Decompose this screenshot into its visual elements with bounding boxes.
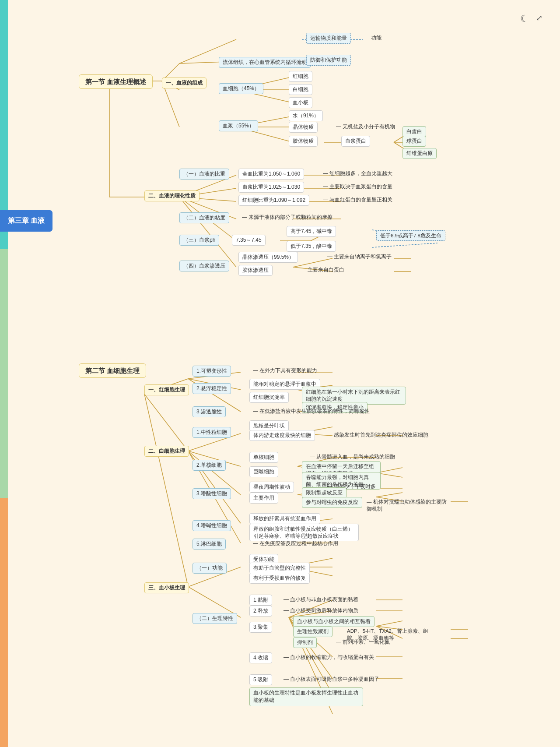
node-water: 水（91%）	[289, 110, 323, 121]
node-defense: 防御和保护功能	[306, 55, 351, 66]
node-viscosity-note: — 来源于液体内部分子或颗粒间的摩擦	[238, 212, 336, 222]
node-basophil-c1: 释放的肝素具有抗凝血作用	[249, 513, 320, 524]
node-sg2-note: — 主要取决于血浆蛋白的含量	[319, 182, 396, 192]
node-platelet-inhibitor-note: — 前列环素、一氧化氮	[332, 637, 393, 647]
node-platelet-aggregation: 3.聚集	[249, 622, 272, 633]
node-neutrophil: 1.中性粒细胞	[192, 427, 231, 438]
node-func-label: 功能	[368, 33, 385, 43]
node-eosinophil-func-c2: 参与对蠕虫的免疫反应	[302, 497, 362, 508]
node-ph-range: 7.35～7.45	[232, 235, 266, 246]
node-transport: 运输物质和能量	[306, 33, 351, 44]
section2-title: 第二节 血细胞生理	[79, 363, 146, 378]
node-osmotic: （四）血浆渗透压	[179, 261, 229, 271]
node-sg1: 全血比重为1.050～1.060	[238, 169, 304, 180]
node-platelet-inhibitor: 抑制剂	[293, 637, 317, 648]
node-ph: （三）血浆ph	[179, 235, 219, 246]
svg-line-36	[179, 197, 236, 267]
node-colloid: 胶体物质	[289, 136, 318, 147]
node-platelet-adhesion: 1.黏附	[249, 595, 272, 606]
node-platelet: 血小板	[289, 97, 312, 108]
node-monocyte-c1-note: — 从骨髓进入血，是尚未成熟的细胞	[306, 452, 399, 462]
node-platelet-summary: 血小板的生理特性是血小板发挥生理性止血功能的基础	[249, 687, 363, 706]
node-eosinophil-c1: 昼夜周期性波动	[249, 482, 294, 493]
svg-line-68	[376, 493, 402, 497]
node-acidosis: 低于7.35，酸中毒	[287, 241, 336, 252]
mindmap-container: 第一节 血液生理概述 一、血液的组成 流体组织，在心血管系统内循环流动 运输物质…	[44, 4, 525, 740]
node-lymphocyte-note: — 在免疫应答反应过程中起核心作用	[249, 539, 342, 549]
left-bars	[0, 0, 8, 747]
node-suspension: 2.悬浮稳定性	[192, 383, 231, 394]
node-platelet-adhesion-note: — 血小板与非血小板表面的黏着	[280, 595, 362, 605]
node-platelet-func: （一）功能	[192, 563, 227, 574]
node-sg3-note: — 与血红蛋白的含量呈正相关	[319, 195, 396, 205]
node-specific-gravity: （一）血液的比重	[179, 169, 229, 180]
node-platelet-release-note: — 血小板受刺激后释放体内物质	[280, 606, 362, 616]
node-plasma-protein: 血浆蛋白	[341, 136, 370, 147]
node-viscosity: （二）血液的粘度	[179, 212, 229, 223]
node-crystal-osmotic-note: — 主要来自钠离子和氯离子	[324, 252, 395, 262]
node-platelet-func-c2: 有助于血管壁的完整性	[249, 563, 310, 574]
node-sg2: 血浆比重为1.025～1.030	[238, 182, 304, 193]
svg-line-51	[144, 394, 188, 451]
node-globulin: 球蛋白	[402, 136, 426, 147]
node-sg3: 红细胞比重为1.090～1.092	[238, 195, 309, 206]
node-platelet-contraction-note: — 血小板的收缩能力，与收缩蛋白有关	[280, 652, 378, 662]
node-wbc: 白细胞	[289, 84, 312, 95]
section1-title: 第一节 血液生理概述	[79, 74, 153, 89]
section2-sub3-label: 三、血小板生理	[144, 582, 189, 593]
section1-sub1-label: 一、血液的组成	[162, 78, 206, 88]
svg-line-74	[144, 394, 188, 587]
node-monocyte: 2.单核细胞	[192, 460, 226, 471]
node-rbc: 红细胞	[289, 71, 312, 82]
node-colloid-osmotic: 胶体渗透压	[238, 265, 273, 276]
node-crystal: 晶体物质	[289, 122, 318, 133]
node-sg1-note: — 红细胞越多，全血比重越大	[319, 169, 396, 179]
node-fragility-note: — 在低渗盐溶液中发生膨胀破裂的特性，简称脆性	[249, 406, 373, 416]
node-eosinophil: 3.嗜酸性细胞	[192, 488, 231, 499]
node-platelet-bio: （二）生理特性	[192, 613, 237, 624]
node-platelet-contraction: 4.收缩	[249, 652, 272, 663]
node-platelet-release: 2.释放	[249, 606, 272, 617]
node-basophil: 4.嗜碱性细胞	[192, 520, 231, 531]
node-eosinophil-func: 主要作用	[249, 493, 278, 504]
section2-sub2-label: 二、白细胞生理	[144, 446, 189, 457]
node-deformability: 1.可塑变形性	[192, 366, 231, 377]
node-deformability-note: — 在外力下具有变形的能力	[249, 366, 321, 376]
node-fluid-tissue: 流体组织，在心血管系统内循环流动	[219, 57, 311, 68]
node-neutrophil-c2-note: — 感染发生时首先到达炎症部位的效应细胞	[324, 430, 432, 440]
node-ph-danger: 低于6.9或高于7.8危及生命	[376, 230, 445, 241]
section1-sub2-label: 二、血液的理化性质	[144, 190, 200, 201]
node-platelet-adsorption: 5.吸附	[249, 674, 272, 685]
node-lymphocyte: 5.淋巴细胞	[192, 539, 226, 550]
node-neutrophil-c2: 体内游走速度最快的细胞	[249, 430, 315, 441]
node-esr: 红细胞沉淀率	[249, 392, 289, 403]
node-platelet-agg-c1: 血小板与血小板之间的相互黏着	[293, 616, 374, 627]
node-platelet-func-c3: 有利于受损血管的修复	[249, 573, 310, 584]
chapter-label: 第三章 血液	[0, 210, 52, 232]
expand-icon[interactable]: ⤢	[536, 13, 542, 25]
node-alkalosis: 高于7.45，碱中毒	[287, 226, 336, 237]
node-fibrinogen: 纤维蛋白原	[402, 148, 437, 159]
svg-line-89	[376, 621, 402, 626]
node-plasma: 血浆（55%）	[219, 120, 258, 131]
node-platelet-agg-c2: 生理性致聚剂	[293, 626, 332, 637]
node-colloid-osmotic-note: — 主要来自白蛋白	[298, 265, 348, 275]
node-blood-cells: 血细胞（45%）	[219, 83, 263, 94]
node-platelet-adsorption-note: — 血小板表面可吸附血浆中多种凝血因子	[280, 674, 383, 684]
node-macrophage: 巨噬细胞	[249, 466, 278, 477]
node-crystal-osmotic: 晶体渗透压（99.5%）	[238, 252, 298, 263]
node-monocyte-c1: 单核细胞	[249, 452, 278, 463]
node-fragility: 3.渗透脆性	[192, 406, 226, 417]
node-crystal-note: — 无机盐及小分子有机物	[332, 122, 399, 132]
node-eosinophil-func-c2-note: — 机体对抗蠕虫幼体感染的主要防御机制	[363, 497, 451, 514]
section2-sub1-label: 一、红细胞生理	[144, 384, 189, 395]
svg-line-35	[372, 243, 438, 247]
